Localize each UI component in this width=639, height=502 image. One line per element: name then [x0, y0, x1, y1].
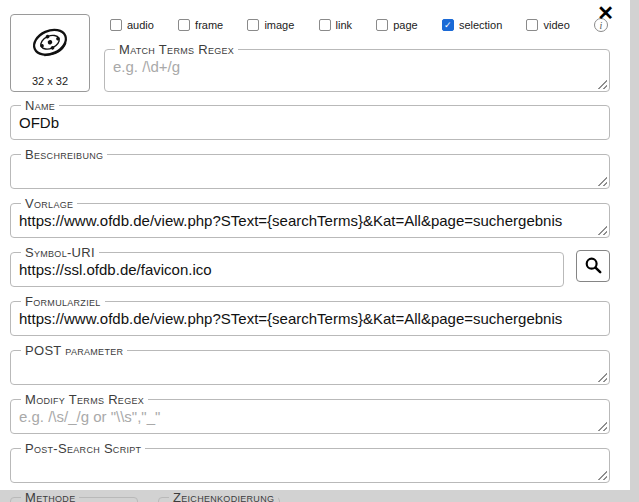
checkbox-box[interactable]	[178, 19, 190, 31]
methode-label: Methode	[21, 490, 79, 502]
checkbox-box[interactable]	[247, 19, 259, 31]
checkbox-box[interactable]	[526, 19, 538, 31]
checkbox-box[interactable]	[376, 19, 388, 31]
checkbox-label: page	[393, 19, 417, 31]
symbol-uri-input[interactable]	[19, 260, 555, 281]
checkbox-audio[interactable]: audio	[110, 19, 154, 31]
resize-handle[interactable]	[596, 78, 607, 89]
close-icon[interactable]: ✕	[591, 2, 620, 24]
search-icon	[584, 256, 602, 277]
checkbox-label: selection	[459, 19, 502, 31]
vorlage-label: Vorlage	[21, 196, 77, 211]
symbol-uri-fieldset: Symbol-URI	[10, 245, 564, 287]
symbol-uri-label: Symbol-URI	[21, 245, 99, 260]
match-terms-regex-label: Match Terms Regex	[115, 42, 238, 57]
checkbox-video[interactable]: video	[526, 19, 569, 31]
checkbox-label: image	[264, 19, 294, 31]
checkbox-image[interactable]: image	[247, 19, 294, 31]
match-terms-regex-input[interactable]	[113, 57, 601, 78]
formularziel-input[interactable]	[19, 309, 601, 330]
icon-size-label: 32 x 32	[32, 75, 68, 89]
checkbox-box[interactable]	[110, 19, 122, 31]
name-label: Name	[21, 98, 59, 113]
ofdb-logo-icon	[29, 23, 71, 69]
methode-fieldset: Methode GET ▼	[10, 490, 138, 502]
name-input[interactable]	[19, 113, 601, 134]
fetch-icon-button[interactable]	[576, 250, 610, 282]
zeichenkodierung-label: Zeichenkodierung	[169, 490, 278, 502]
checkbox-label: link	[336, 19, 353, 31]
checkbox-selection[interactable]: selection	[442, 19, 502, 31]
post-search-script-label: Post-Search Script	[21, 441, 145, 456]
beschreibung-fieldset: Beschreibung	[10, 147, 610, 189]
checkbox-page[interactable]: page	[376, 19, 417, 31]
checkbox-frame[interactable]: frame	[178, 19, 223, 31]
name-fieldset: Name	[10, 98, 610, 140]
top-section: 32 x 32 audio frame image link	[10, 14, 610, 92]
zeichenkodierung-fieldset: Zeichenkodierung utf-8 ▼	[158, 490, 280, 502]
beschreibung-label: Beschreibung	[21, 147, 107, 162]
checkbox-label: frame	[195, 19, 223, 31]
post-search-script-input[interactable]	[19, 456, 601, 477]
checkbox-box[interactable]	[442, 19, 454, 31]
formularziel-label: Formularziel	[21, 294, 105, 309]
engine-icon-preview: 32 x 32	[10, 14, 90, 92]
post-parameter-input[interactable]	[19, 358, 601, 379]
context-checkbox-row: audio frame image link page	[104, 14, 610, 42]
checkbox-box[interactable]	[319, 19, 331, 31]
modify-terms-regex-input[interactable]	[19, 407, 601, 428]
modify-terms-regex-label: Modify Terms Regex	[21, 392, 148, 407]
post-search-script-fieldset: Post-Search Script	[10, 441, 610, 483]
post-parameter-label: POST parameter	[21, 343, 127, 358]
vorlage-fieldset: Vorlage	[10, 196, 610, 238]
post-parameter-fieldset: POST parameter	[10, 343, 610, 385]
checkbox-label: audio	[127, 19, 154, 31]
match-terms-regex-fieldset: Match Terms Regex	[104, 42, 610, 92]
modify-terms-regex-fieldset: Modify Terms Regex	[10, 392, 610, 434]
vorlage-input[interactable]	[19, 211, 601, 232]
formularziel-fieldset: Formularziel	[10, 294, 610, 336]
checkbox-link[interactable]: link	[319, 19, 353, 31]
search-engine-edit-dialog: ✕ 32 x 32	[0, 0, 630, 490]
checkbox-label: video	[543, 19, 569, 31]
beschreibung-input[interactable]	[19, 162, 601, 183]
